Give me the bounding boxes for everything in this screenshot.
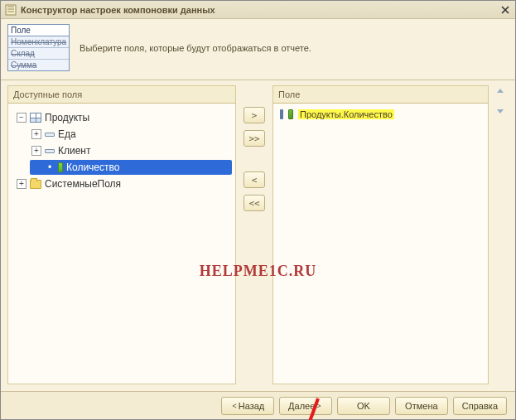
close-button[interactable] bbox=[499, 3, 512, 17]
tree-label: Продукты bbox=[45, 112, 89, 123]
tree-label: СистемныеПоля bbox=[45, 178, 121, 190]
available-fields-header: Доступные поля bbox=[7, 85, 236, 104]
add-all-button[interactable]: >> bbox=[244, 130, 265, 147]
tag-item: Склад bbox=[8, 48, 69, 60]
button-label: Далее bbox=[288, 401, 315, 411]
field-icon bbox=[45, 149, 55, 153]
selected-fields-header: Поле bbox=[272, 85, 489, 104]
title-bar: Конструктор настроек компоновки данных bbox=[1, 1, 515, 19]
button-label: Назад bbox=[239, 401, 265, 411]
remove-all-button[interactable]: << bbox=[244, 195, 265, 211]
resource-icon bbox=[58, 162, 63, 172]
body-area: Доступные поля − Продукты bbox=[1, 80, 515, 391]
tree-node-products[interactable]: − Продукты bbox=[15, 110, 232, 125]
instruction-text: Выберите поля, которые будут отображатьс… bbox=[80, 43, 311, 53]
chevron-left-icon: < bbox=[230, 402, 238, 410]
reorder-col-2 bbox=[492, 104, 509, 384]
tree-node-food[interactable]: + Еда bbox=[30, 127, 232, 142]
header-info-row: Поле Номенклатура Склад Сумма Выберите п… bbox=[1, 19, 515, 80]
selected-fields-body: Продукты.Количество bbox=[272, 104, 489, 384]
footer-bar: < Назад Далее > OK Отмена Справка bbox=[1, 391, 515, 419]
tag-item: Сумма bbox=[8, 60, 69, 70]
list-item-label: Продукты.Количество bbox=[298, 109, 394, 119]
folder-icon bbox=[30, 180, 41, 189]
move-up-button[interactable] bbox=[494, 85, 507, 99]
add-button[interactable]: > bbox=[244, 107, 265, 123]
remove-button[interactable]: < bbox=[244, 171, 265, 188]
expander-icon[interactable]: + bbox=[31, 146, 41, 156]
tree-node-systemfields[interactable]: + СистемныеПоля bbox=[15, 176, 232, 191]
transfer-buttons: > >> < << bbox=[241, 85, 268, 384]
tree-node-quantity[interactable]: • Количество bbox=[30, 160, 232, 175]
selected-fields-list[interactable]: Продукты.Количество bbox=[273, 104, 488, 125]
cancel-button[interactable]: Отмена bbox=[395, 397, 448, 415]
expander-icon[interactable]: + bbox=[31, 129, 41, 139]
reorder-col bbox=[492, 85, 509, 104]
table-icon bbox=[30, 113, 41, 123]
expander-placeholder bbox=[31, 162, 41, 172]
tag-item: Номенклатура bbox=[8, 36, 69, 48]
available-fields-body: − Продукты + Еда bbox=[7, 104, 236, 384]
expander-icon[interactable]: − bbox=[17, 113, 27, 123]
tree-label: Еда bbox=[58, 128, 76, 140]
field-icon bbox=[45, 133, 55, 137]
back-button[interactable]: < Назад bbox=[221, 397, 274, 415]
bullet-icon: • bbox=[45, 162, 55, 173]
chevron-right-icon: > bbox=[315, 402, 322, 410]
field-tags-box: Поле Номенклатура Склад Сумма bbox=[7, 24, 70, 71]
ok-button[interactable]: OK bbox=[337, 397, 390, 415]
tree-label: Клиент bbox=[58, 145, 91, 157]
dialog-window: Конструктор настроек компоновки данных П… bbox=[0, 0, 516, 420]
move-down-button[interactable] bbox=[494, 104, 507, 117]
expander-icon[interactable]: + bbox=[17, 179, 27, 189]
next-button[interactable]: Далее > bbox=[279, 397, 332, 415]
help-button[interactable]: Справка bbox=[453, 397, 507, 415]
resource-icon bbox=[288, 109, 293, 119]
available-fields-panel: Доступные поля − Продукты bbox=[7, 85, 236, 384]
list-item[interactable]: Продукты.Количество bbox=[275, 107, 486, 122]
row-marker-icon bbox=[280, 109, 283, 119]
tree-node-client[interactable]: + Клиент bbox=[30, 143, 232, 158]
selected-fields-panel: Поле Продукты.Количество bbox=[272, 85, 509, 384]
window-title: Конструктор настроек компоновки данных bbox=[21, 5, 499, 15]
tree-label: Количество bbox=[66, 162, 119, 173]
app-icon bbox=[4, 3, 17, 17]
tag-head: Поле bbox=[8, 25, 69, 36]
fields-tree[interactable]: − Продукты + Еда bbox=[8, 104, 235, 198]
